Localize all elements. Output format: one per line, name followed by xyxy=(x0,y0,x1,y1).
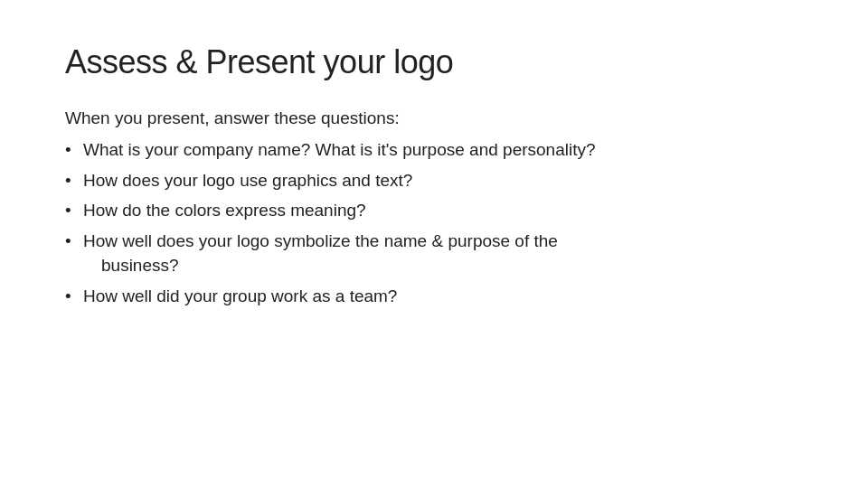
bullet-list: What is your company name? What is it's … xyxy=(65,137,803,314)
bullet-item-1: What is your company name? What is it's … xyxy=(65,137,803,163)
slide-title: Assess & Present your logo xyxy=(65,43,803,81)
slide-container: Assess & Present your logo When you pres… xyxy=(0,0,868,488)
intro-text: When you present, answer these questions… xyxy=(65,108,803,128)
bullet-item-2: How does your logo use graphics and text… xyxy=(65,168,803,193)
bullet-item-3: How do the colors express meaning? xyxy=(65,198,803,223)
bullet-item-4: How well does your logo symbolize the na… xyxy=(65,229,803,254)
bullet-item-4-cont: business? xyxy=(65,253,803,278)
bullet-item-5: How well did your group work as a team? xyxy=(65,284,803,309)
